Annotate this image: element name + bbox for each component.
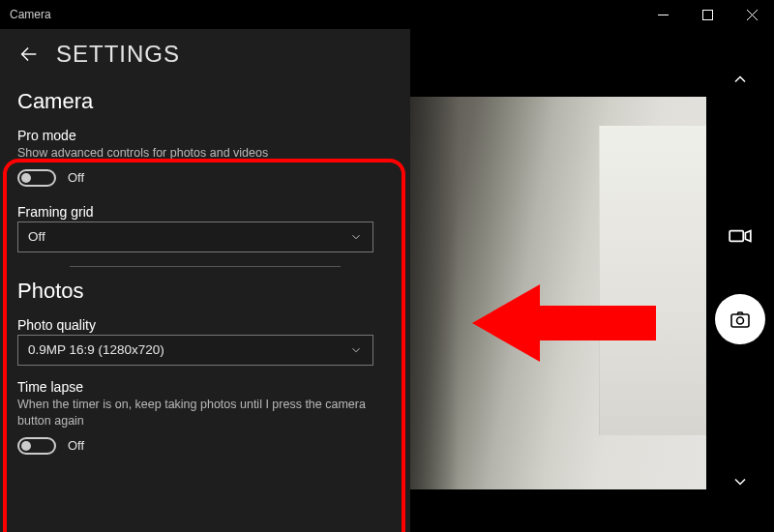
svg-point-8	[737, 317, 744, 324]
svg-rect-7	[731, 314, 749, 327]
time-lapse-desc: When the timer is on, keep taking photos…	[17, 397, 375, 429]
framing-grid-label: Framing grid	[17, 204, 393, 220]
settings-title: SETTINGS	[56, 41, 180, 68]
svg-rect-5	[729, 231, 743, 242]
section-heading-photos: Photos	[17, 279, 393, 304]
pro-mode-desc: Show advanced controls for photos and vi…	[17, 145, 375, 162]
svg-rect-1	[702, 10, 712, 19]
video-icon	[728, 223, 753, 249]
pro-mode-label: Pro mode	[17, 128, 393, 143]
settings-panel: SETTINGS Camera Pro mode Show advanced c…	[0, 29, 410, 532]
app-body: SETTINGS Camera Pro mode Show advanced c…	[0, 29, 774, 532]
back-button[interactable]	[17, 43, 41, 66]
expand-down-button[interactable]	[721, 462, 759, 501]
close-button[interactable]	[729, 0, 774, 29]
chevron-down-icon	[349, 230, 363, 244]
photo-quality-label: Photo quality	[17, 317, 393, 333]
camera-preview-area	[410, 29, 774, 532]
time-lapse-toggle-row: Off	[17, 437, 393, 455]
settings-header: SETTINGS	[17, 41, 393, 68]
maximize-button[interactable]	[685, 0, 729, 29]
camera-preview-image	[410, 97, 706, 489]
divider	[70, 266, 341, 267]
app-window: Camera SETTINGS Camera Pro mode Show adv…	[0, 0, 774, 532]
chevron-down-icon	[349, 343, 363, 357]
framing-grid-select[interactable]: Off	[17, 222, 373, 252]
minimize-button[interactable]	[640, 0, 685, 29]
photo-quality-value: 0.9MP 16:9 (1280x720)	[28, 342, 164, 357]
photo-quality-select[interactable]: 0.9MP 16:9 (1280x720)	[17, 335, 373, 366]
svg-marker-6	[745, 231, 750, 242]
pro-mode-state: Off	[68, 170, 84, 185]
framing-grid-value: Off	[28, 229, 45, 244]
window-title: Camera	[0, 8, 640, 21]
time-lapse-toggle[interactable]	[17, 437, 56, 455]
titlebar: Camera	[0, 0, 774, 29]
section-heading-camera: Camera	[17, 89, 393, 114]
right-rail	[706, 29, 774, 532]
camera-icon	[729, 308, 752, 331]
shutter-button[interactable]	[715, 294, 765, 344]
pro-mode-toggle[interactable]	[17, 169, 56, 187]
expand-up-button[interactable]	[721, 60, 759, 99]
time-lapse-label: Time lapse	[17, 379, 393, 395]
pro-mode-toggle-row: Off	[17, 169, 393, 187]
video-mode-button[interactable]	[721, 217, 759, 255]
time-lapse-state: Off	[68, 438, 84, 453]
